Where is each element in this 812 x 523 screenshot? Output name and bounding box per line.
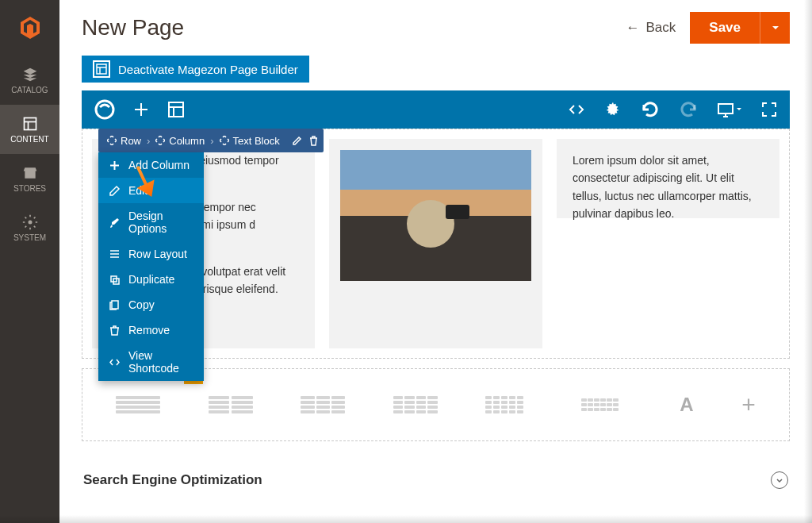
deactivate-builder-button[interactable]: Deactivate Magezon Page Builder [82, 56, 309, 83]
builder-toolbar [82, 90, 790, 129]
settings-icon[interactable] [604, 101, 622, 118]
crumb-separator: › [147, 135, 150, 147]
edit-icon[interactable] [292, 136, 302, 146]
save-dropdown-toggle[interactable] [760, 12, 790, 44]
nav-content-label: CONTENT [10, 135, 48, 144]
crumb-row[interactable]: Row [103, 133, 145, 148]
move-icon [155, 136, 165, 145]
svg-rect-0 [24, 117, 36, 129]
layout-opt-6[interactable] [581, 398, 632, 411]
menu-add-column-label: Add Column [128, 159, 190, 171]
column-3[interactable]: Lorem ipsum dolor sit amet, consectetur … [557, 139, 779, 218]
seo-section-header[interactable]: Search Engine Optimization [82, 471, 790, 489]
save-button[interactable]: Save [690, 12, 760, 44]
layout-opt-3[interactable] [301, 396, 345, 413]
duplicate-icon [109, 274, 121, 286]
svg-rect-8 [169, 102, 183, 117]
menu-copy-label: Copy [128, 298, 155, 311]
copy-icon [109, 299, 121, 311]
page-header: New Page ← Back Save [59, 0, 812, 56]
menu-remove[interactable]: Remove [98, 317, 204, 343]
move-icon [220, 136, 229, 145]
crumb-textblock[interactable]: Text Block [216, 133, 284, 148]
back-arrow-icon: ← [626, 20, 640, 36]
svg-rect-4 [97, 64, 106, 74]
magento-logo[interactable] [0, 0, 59, 56]
nav-stores-label: STORES [13, 184, 46, 193]
seo-collapse-toggle[interactable] [771, 471, 788, 489]
fullscreen-icon[interactable] [761, 102, 777, 117]
menu-row-layout[interactable]: Row Layout [98, 241, 204, 267]
crumb-separator: › [210, 135, 213, 147]
crumb-textblock-label: Text Block [233, 135, 280, 147]
menu-add-column[interactable]: Add Column [98, 152, 204, 178]
menu-remove-label: Remove [128, 324, 170, 336]
pencil-icon [109, 185, 121, 197]
move-icon [107, 136, 117, 145]
page-title: New Page [82, 15, 184, 40]
back-link[interactable]: ← Back [626, 20, 676, 36]
code-view-icon[interactable] [568, 101, 585, 118]
template-icon[interactable] [167, 101, 185, 118]
layout-text-option[interactable]: A [680, 394, 693, 416]
rows-icon [109, 248, 121, 260]
menu-view-shortcode[interactable]: View Shortcode [98, 343, 204, 381]
delete-icon[interactable] [308, 136, 319, 146]
caret-down-icon [771, 23, 780, 33]
trash-icon [109, 325, 121, 336]
seo-title: Search Engine Optimization [83, 472, 262, 488]
add-element-icon[interactable] [132, 101, 150, 118]
nav-catalog-label: CATALOG [11, 86, 48, 94]
redo-icon[interactable] [679, 100, 698, 119]
svg-point-3 [28, 220, 32, 224]
menu-design-label: Design Options [128, 210, 193, 235]
nav-content[interactable]: CONTENT [0, 105, 59, 154]
logo-circle-icon[interactable] [94, 99, 115, 120]
crumb-column-label: Column [169, 135, 205, 147]
svg-rect-22 [112, 301, 118, 309]
layout-icon [93, 60, 110, 78]
element-breadcrumb: Row › Column › Text Block [98, 129, 324, 152]
menu-duplicate-label: Duplicate [128, 273, 174, 286]
menu-design-options[interactable]: Design Options [98, 203, 204, 241]
code-icon [109, 356, 121, 368]
layout-opt-4[interactable] [393, 396, 438, 413]
plus-icon [109, 160, 121, 171]
nav-stores[interactable]: STORES [0, 154, 59, 203]
viewport-icon[interactable] [717, 101, 742, 118]
crumb-column[interactable]: Column [151, 133, 209, 148]
undo-icon[interactable] [641, 100, 660, 119]
admin-sidebar: CATALOG CONTENT STORES SYSTEM [0, 0, 59, 523]
brush-icon [109, 217, 121, 229]
text-block-col3: Lorem ipsum dolor sit amet, consectetur … [573, 152, 764, 223]
layout-opt-1[interactable] [116, 396, 160, 413]
save-button-group: Save [690, 12, 790, 44]
row-context-menu: Add Column Edit Design Options Row Layou… [98, 152, 204, 381]
layout-opt-2[interactable] [209, 396, 253, 413]
nav-system[interactable]: SYSTEM [0, 203, 59, 252]
menu-edit[interactable]: Edit [98, 178, 204, 203]
svg-point-7 [96, 101, 113, 118]
menu-duplicate[interactable]: Duplicate [98, 267, 204, 292]
back-label: Back [646, 20, 676, 36]
svg-rect-12 [718, 104, 733, 113]
deactivate-label: Deactivate Magezon Page Builder [118, 63, 298, 76]
nav-system-label: SYSTEM [13, 233, 46, 242]
menu-edit-label: Edit [128, 184, 147, 197]
layout-opt-5[interactable] [485, 396, 533, 413]
chevron-down-icon [776, 476, 783, 484]
column-2[interactable] [329, 139, 542, 348]
image-placeholder[interactable] [340, 150, 531, 281]
menu-copy[interactable]: Copy [98, 292, 204, 317]
layout-add-option[interactable]: + [741, 391, 756, 418]
nav-catalog[interactable]: CATALOG [0, 56, 59, 105]
header-actions: ← Back Save [626, 12, 791, 44]
crumb-row-label: Row [121, 135, 141, 147]
menu-layout-label: Row Layout [128, 248, 187, 260]
menu-shortcode-label: View Shortcode [128, 349, 193, 375]
